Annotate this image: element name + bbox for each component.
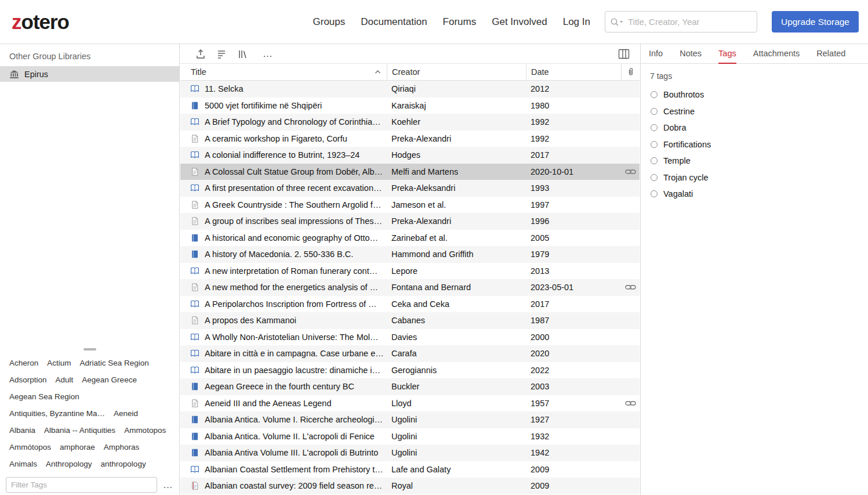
tag-cloud-item[interactable]: Anthropology bbox=[46, 458, 92, 470]
column-header-attachment[interactable] bbox=[621, 64, 640, 80]
upgrade-storage-button[interactable]: Upgrade Storage bbox=[772, 11, 859, 32]
table-row[interactable]: Albanian Coastal Settlement from Prehist… bbox=[180, 461, 640, 478]
nav-link-documentation[interactable]: Documentation bbox=[361, 16, 427, 28]
book-section-icon bbox=[190, 84, 199, 93]
nav-link-get-involved[interactable]: Get Involved bbox=[492, 16, 547, 28]
item-tag[interactable]: Cestrine bbox=[641, 103, 868, 120]
tab-attachments[interactable]: Attachments bbox=[753, 44, 800, 64]
table-row[interactable]: A ceramic workshop in Figareto, Corfu Pr… bbox=[180, 131, 640, 147]
column-title-label: Title bbox=[191, 67, 206, 77]
tag-selector-options-icon[interactable]: … bbox=[162, 480, 175, 490]
table-row[interactable]: Aeneid III and the Aeneas Legend Lloyd 1… bbox=[180, 395, 640, 412]
items-pane: … Title Creator Date bbox=[180, 44, 640, 495]
tag-cloud-item[interactable]: Acheron bbox=[9, 357, 38, 369]
book-icon bbox=[190, 250, 199, 259]
item-date: 1987 bbox=[526, 316, 621, 325]
tag-cloud-item[interactable]: amphorae bbox=[60, 442, 95, 453]
tab-notes[interactable]: Notes bbox=[680, 44, 702, 64]
item-title: 5000 vjet fortifikime në Shqipëri bbox=[205, 101, 322, 110]
table-row[interactable]: Albanian coastal survey: 2009 field seas… bbox=[180, 478, 640, 494]
item-creator: Preka-Alexandri bbox=[387, 216, 526, 226]
item-title-cell: A new method for the energetics analysis… bbox=[180, 283, 387, 292]
library-item-epirus[interactable]: Epirus bbox=[0, 66, 179, 82]
tag-cloud-item[interactable]: Ammótopos bbox=[9, 442, 51, 453]
item-tag[interactable]: Temple bbox=[641, 153, 868, 169]
table-row[interactable]: Abitare in città e in campagna. Case urb… bbox=[180, 345, 640, 362]
items-toolbar: … bbox=[180, 44, 640, 64]
nav-link-groups[interactable]: Groups bbox=[313, 16, 346, 28]
tab-related[interactable]: Related bbox=[816, 44, 845, 64]
tag-cloud-item[interactable]: Albania -- Antiquities bbox=[44, 425, 115, 436]
table-row[interactable]: A history of Macedonia. 2. 550-336 B.C. … bbox=[180, 246, 640, 263]
tag-cloud-item[interactable]: Albania bbox=[9, 425, 35, 436]
nav-link-forums[interactable]: Forums bbox=[443, 16, 477, 28]
table-row[interactable]: Albania Antica. Volume II. L'acropoli di… bbox=[180, 428, 640, 445]
item-date: 1927 bbox=[526, 415, 621, 424]
zotero-logo[interactable]: zotero bbox=[12, 10, 69, 34]
table-row[interactable]: A Brief Typology and Chronology of Corin… bbox=[180, 114, 640, 131]
export-icon[interactable] bbox=[194, 48, 207, 60]
tag-cloud-item[interactable]: Adult bbox=[56, 374, 74, 386]
column-header-creator[interactable]: Creator bbox=[387, 64, 526, 80]
tag-cloud-item[interactable]: Aegean Sea Region bbox=[9, 391, 79, 403]
column-selector-icon[interactable] bbox=[618, 48, 630, 60]
tag-selector: AcheronActiumAdriatic Sea RegionAdsorpti… bbox=[0, 347, 179, 495]
table-row[interactable]: A propos des Kammanoi Cabanes 1987 bbox=[180, 312, 640, 329]
tag-label: Trojan cycle bbox=[663, 173, 709, 182]
tag-cloud-item[interactable]: Aegean Greece bbox=[82, 374, 137, 386]
table-row[interactable]: A Greek Countryside : The Southern Argol… bbox=[180, 197, 640, 214]
table-row[interactable]: Albania Antiva Volume III. L'acropoli di… bbox=[180, 445, 640, 461]
item-tag[interactable]: Bouthrotos bbox=[641, 86, 868, 103]
table-row[interactable]: 5000 vjet fortifikime në Shqipëri Karais… bbox=[180, 97, 640, 114]
tab-tags[interactable]: Tags bbox=[718, 44, 736, 64]
item-title: Albanian coastal survey: 2009 field seas… bbox=[205, 481, 382, 490]
tag-cloud-item[interactable]: anthropology bbox=[101, 458, 146, 470]
item-tag[interactable]: Dobra bbox=[641, 120, 868, 136]
item-tag[interactable]: Fortifications bbox=[641, 136, 868, 153]
table-row[interactable]: A Wholly Non-Aristotelian Universe: The … bbox=[180, 329, 640, 346]
chart-columns-icon[interactable] bbox=[236, 48, 249, 60]
table-row[interactable]: A first presentation of three recent exc… bbox=[180, 180, 640, 197]
splitter-handle[interactable] bbox=[83, 348, 96, 351]
tab-info[interactable]: Info bbox=[649, 44, 663, 64]
search-input[interactable] bbox=[628, 17, 752, 27]
nav-link-log-in[interactable]: Log In bbox=[563, 16, 590, 28]
tag-cloud-item[interactable]: Antiquities, Byzantine Ma… bbox=[9, 408, 105, 420]
filter-tags-input[interactable] bbox=[6, 477, 157, 493]
table-row[interactable]: A historical and economic geography of O… bbox=[180, 230, 640, 247]
item-tag[interactable]: Trojan cycle bbox=[641, 169, 868, 186]
table-row[interactable]: Aegean Greece in the fourth century BC B… bbox=[180, 378, 640, 395]
table-row[interactable]: A new interpretation of Roman funerary c… bbox=[180, 263, 640, 280]
search-icon[interactable] bbox=[610, 17, 624, 27]
table-row[interactable]: 11. Selcka Qiriaqi 2012 bbox=[180, 81, 640, 97]
tag-cloud-item[interactable]: Ammotopos bbox=[124, 425, 166, 436]
table-row[interactable]: A Peripolarchos Inscription from Fortres… bbox=[180, 296, 640, 313]
table-row[interactable]: Abitare in un paesaggio lacustre: dinami… bbox=[180, 362, 640, 379]
tag-cloud-item[interactable]: Amphoras bbox=[104, 442, 140, 453]
table-row[interactable]: A new method for the energetics analysis… bbox=[180, 279, 640, 296]
more-options-icon[interactable]: … bbox=[263, 49, 273, 59]
column-header-date[interactable]: Date bbox=[526, 64, 621, 80]
tag-label: Temple bbox=[663, 156, 691, 165]
table-row[interactable]: A colonial indifference to Butrint, 1923… bbox=[180, 147, 640, 164]
tag-cloud-item[interactable]: Animals bbox=[9, 458, 37, 470]
tag-cloud-item[interactable]: Adriatic Sea Region bbox=[80, 357, 149, 369]
table-row[interactable]: Albania Antica. Volume I. Ricerche arche… bbox=[180, 411, 640, 428]
book-icon bbox=[190, 101, 199, 110]
item-title: A new interpretation of Roman funerary c… bbox=[205, 266, 377, 276]
bibliography-icon[interactable] bbox=[215, 48, 228, 60]
item-creator: Ugolini bbox=[387, 432, 526, 441]
item-tag[interactable]: Vagalati bbox=[641, 186, 868, 203]
column-header-title[interactable]: Title bbox=[180, 64, 387, 80]
tag-cloud-item[interactable]: Adsorption bbox=[9, 374, 47, 386]
item-title: 11. Selcka bbox=[205, 84, 244, 93]
tag-label: Bouthrotos bbox=[663, 90, 704, 99]
item-date: 2003 bbox=[526, 382, 621, 391]
tag-cloud-item[interactable]: Actium bbox=[47, 357, 71, 369]
table-row[interactable]: A Colossal Cult Statue Group from Dobër,… bbox=[180, 164, 640, 180]
site-search[interactable] bbox=[605, 11, 757, 32]
table-row[interactable]: A group of inscribes seal impressions of… bbox=[180, 213, 640, 230]
tag-filter-row: … bbox=[6, 477, 175, 493]
tag-cloud-item[interactable]: Aeneid bbox=[114, 408, 138, 420]
item-creator: Preka-Aleksandri bbox=[387, 183, 526, 193]
